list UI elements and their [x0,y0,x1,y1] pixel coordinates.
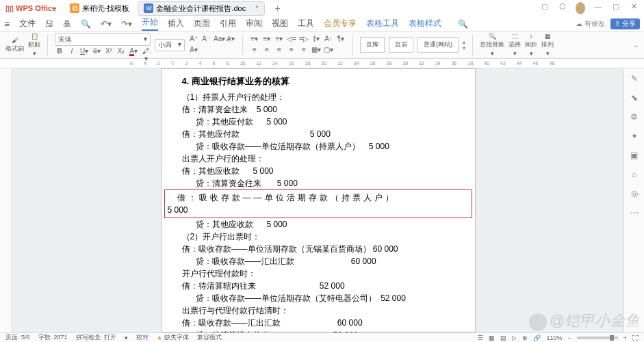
fullscreen-icon[interactable]: ⛶ [632,334,639,341]
sparkle-icon[interactable]: ✦ [631,131,638,141]
menu-member[interactable]: 会员专享 [324,18,357,29]
proofread-status[interactable]: 校对 [136,333,149,342]
menu-insert[interactable]: 插入 [168,18,184,29]
zoom-value[interactable]: 110% [546,334,562,341]
gear-icon[interactable]: ⚙ [630,112,638,122]
font-size-select[interactable]: 小四▾ [155,39,185,51]
menu-reference[interactable]: 引用 [220,18,236,29]
divider [47,35,48,55]
style-header[interactable]: 页眉 [389,37,413,53]
tab-document[interactable]: W 金融企业会计课程报告.doc * [138,1,264,16]
format-painter[interactable]: 🖌 格式刷 [5,37,24,53]
align-right-button[interactable]: ≡ [274,46,284,55]
text-effect-button[interactable]: A▾ [189,46,198,55]
preview-icon[interactable]: 🔍 [81,19,91,29]
missing-font-warning[interactable]: ▲ 缺失字体 [157,333,189,342]
redo-icon[interactable]: ↷▾ [121,19,132,29]
select-tool-icon[interactable]: ⬊ [631,93,638,103]
page-indicator[interactable]: 页面: 5/6 [5,333,30,342]
change-case-button[interactable]: Aa▾ [214,35,223,44]
view-icon[interactable]: ▦ [489,334,495,341]
superscript-button[interactable]: X² [104,47,114,57]
app-icon[interactable]: ▢ [540,2,550,14]
clear-format-button[interactable]: A̷▾ [226,35,235,44]
menu-tools[interactable]: 工具 [298,18,314,29]
menu-table-style[interactable]: 表格样式 [409,18,441,29]
shading-button[interactable]: ▦▾ [311,46,321,55]
subscript-button[interactable]: X₂ [116,47,126,57]
tools-icon[interactable]: ⌂ [632,170,636,179]
bold-button[interactable]: B [55,47,64,57]
select-button[interactable]: ⬚选择▾ [508,33,521,57]
undo-icon[interactable]: ↶▾ [101,19,112,29]
multilevel-button[interactable]: ≡▾ [274,35,284,44]
minimize-button[interactable]: — [593,2,603,14]
strike-button[interactable]: S̶▾ [92,47,101,57]
ribbon-collapse-icon[interactable]: ⌄ [633,41,639,49]
zoom-slider[interactable] [577,337,618,339]
search-icon[interactable]: 🔍 [458,19,468,29]
new-tab-button[interactable]: + [272,2,284,14]
user-avatar[interactable] [576,2,585,14]
file-menu[interactable]: 文件 [19,18,36,29]
numbering-button[interactable]: ≡▾ [262,35,272,44]
italic-button[interactable]: I [67,47,77,57]
word-count[interactable]: 字数: 2871 [38,333,68,342]
vertical-ruler[interactable] [0,68,12,332]
more-icon[interactable]: ⋯ [630,208,639,218]
border-button[interactable]: ▢▾ [324,46,333,55]
share-button[interactable]: ⇪ 分享 [610,18,640,29]
layers-icon[interactable]: ▣ [630,150,638,160]
document-page[interactable]: 4. 商业银行结算业务的核算 （1）持票人开户行的处理： 借：清算资金往来 5 … [161,68,476,332]
font-color-button[interactable]: A▾ [129,47,138,57]
menu-review[interactable]: 审阅 [246,18,262,29]
pencil-icon[interactable]: ✎ [631,74,638,83]
spacing-button[interactable]: ↕间距▾ [525,33,537,57]
bullets-button[interactable]: ≡▾ [250,35,259,44]
menu-table-tools[interactable]: 表格工具 [366,18,399,29]
horizontal-ruler[interactable]: 642 ▽ 2468 10121416 18202224 26283032 34… [0,59,644,68]
show-marks-button[interactable]: ¶▾ [336,35,346,44]
menu-page[interactable]: 页面 [194,18,210,29]
view-icon[interactable]: ▤ [500,334,506,341]
increase-indent-button[interactable]: =▷ [299,35,309,44]
sort-button[interactable]: A↑ [324,35,333,44]
zoom-in-button[interactable]: + [623,334,627,341]
line-spacing-button[interactable]: ‡▾ [311,35,321,44]
print-icon[interactable]: 🖶 [63,19,71,29]
distribute-button[interactable]: ≡ [299,46,309,55]
style-more[interactable]: ▴▾ [463,39,465,51]
view-icon[interactable]: ☰ [478,334,483,341]
spell-check-status[interactable]: 拼写检查: 打开 [76,333,116,342]
font-name-select[interactable]: 宋体▾ [55,34,151,46]
align-left-button[interactable]: ≡ [250,46,259,55]
tab-template[interactable]: 稻 来稻壳·找模板 [64,2,135,15]
target-icon[interactable]: ⊕ [522,334,528,341]
style-footer[interactable]: 页脚 [360,37,385,53]
decrease-font-button[interactable]: A⁻ [201,35,211,44]
document-canvas[interactable]: 4. 商业银行结算业务的核算 （1）持票人开户行的处理： 借：清算资金往来 5 … [12,68,623,332]
align-justify-button[interactable]: ≡ [287,46,296,55]
paste-button[interactable]: 📋 粘贴▾ [28,33,40,57]
hamburger-icon[interactable]: ≡ [4,18,10,29]
maximize-button[interactable]: ▢ [611,2,621,14]
increase-font-button[interactable]: A⁺ [189,35,198,44]
save-icon[interactable]: 🖫 [45,19,53,29]
decrease-indent-button[interactable]: ◁= [287,35,296,44]
align-center-button[interactable]: ≡ [262,46,272,55]
menu-view[interactable]: 视图 [272,18,288,29]
cube-icon[interactable]: ⬡ [558,2,567,14]
underline-button[interactable]: U▾ [79,47,89,57]
close-button[interactable]: ✕ [629,2,639,14]
style-normal-web[interactable]: 普通(网站) [417,37,459,53]
highlight-button[interactable]: 🖍▾ [141,47,151,57]
zoom-out-button[interactable]: − [567,334,571,341]
arrange-button[interactable]: ▦排列▾ [541,33,554,57]
cloud-status[interactable]: ☁ 有修改 [576,19,605,29]
link-icon[interactable]: 🔗 [533,334,541,341]
menu-start[interactable]: 开始 [142,16,158,31]
find-replace-button[interactable]: 🔍查找替换▾ [480,33,504,57]
compat-mode[interactable]: 兼容模式 [197,333,222,342]
play-icon[interactable]: ▷ [512,334,517,341]
circle-icon[interactable]: ◎ [631,189,638,198]
